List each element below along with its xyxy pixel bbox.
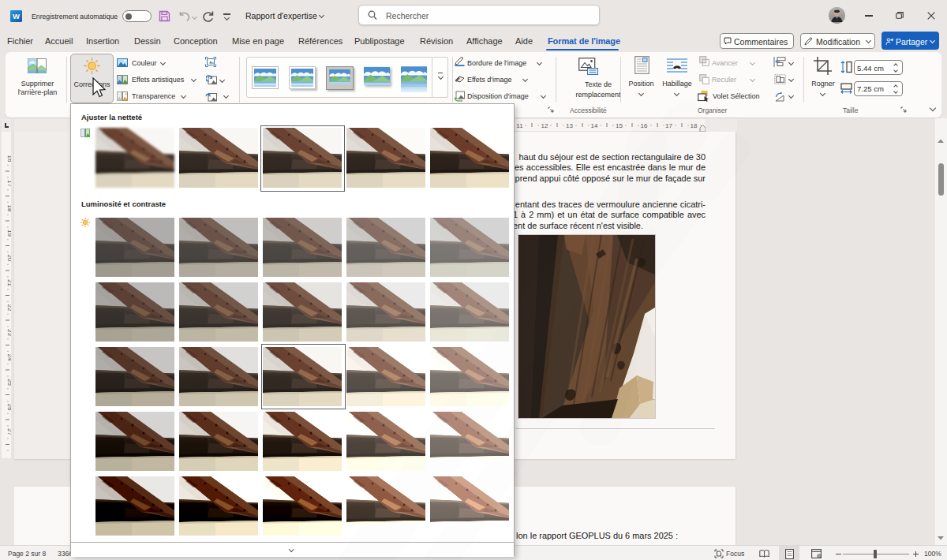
svg-text:12: 12	[541, 122, 548, 129]
svg-text:16: 16	[6, 155, 11, 162]
svg-text:17: 17	[6, 180, 11, 187]
svg-text:19: 19	[6, 230, 11, 237]
svg-text:24: 24	[6, 354, 11, 361]
svg-text:20: 20	[6, 255, 11, 262]
svg-text:27: 27	[6, 428, 11, 435]
svg-text:17: 17	[665, 122, 672, 129]
svg-text:21: 21	[6, 279, 11, 286]
svg-text:18: 18	[6, 205, 11, 212]
svg-text:14: 14	[591, 122, 598, 129]
svg-text:13: 13	[566, 122, 573, 129]
svg-text:25: 25	[6, 379, 11, 386]
svg-text:11: 11	[516, 122, 523, 129]
svg-text:23: 23	[6, 329, 11, 336]
svg-text:26: 26	[6, 404, 11, 411]
svg-text:22: 22	[6, 304, 11, 312]
svg-text:18: 18	[691, 122, 698, 129]
svg-text:15: 15	[616, 122, 623, 129]
svg-text:16: 16	[641, 122, 648, 129]
